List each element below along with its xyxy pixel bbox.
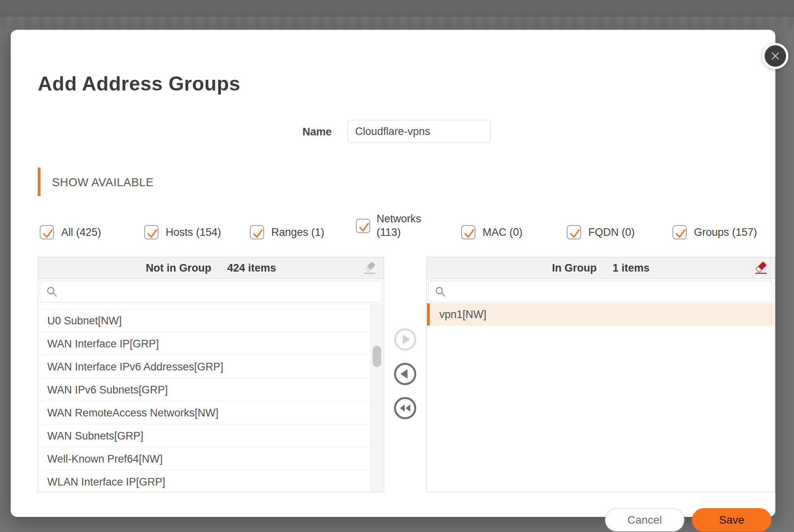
- background-page-blur: [0, 15, 794, 28]
- close-button[interactable]: [762, 43, 788, 69]
- list-item[interactable]: Well-Known Pref64[NW]: [39, 447, 371, 470]
- list-item[interactable]: U0 Subnet[NW]: [39, 309, 371, 332]
- list-item[interactable]: WAN Interface IP[GRP]: [39, 332, 371, 355]
- add-address-groups-dialog: Add Address Groups Name SHOW AVAILABLE A…: [11, 30, 775, 517]
- move-all-left-button[interactable]: [394, 397, 416, 419]
- not-in-group-list: U0 Subnet[NW] WAN Interface IP[GRP] WAN …: [39, 303, 383, 492]
- list-item[interactable]: WLAN Interface IP[GRP]: [39, 470, 371, 492]
- checkbox-hosts[interactable]: [144, 225, 158, 239]
- save-button[interactable]: Save: [692, 508, 771, 532]
- double-arrow-left-icon: [396, 399, 414, 417]
- section-title: SHOW AVAILABLE: [52, 176, 154, 189]
- search-icon: [46, 286, 58, 297]
- panel-in-group: In Group 1 items vpn1[NW]: [426, 257, 775, 492]
- not-in-group-search-input[interactable]: [61, 281, 379, 303]
- move-right-button[interactable]: [394, 328, 416, 351]
- list-item-partial[interactable]: [39, 303, 371, 309]
- check-icon: [357, 220, 371, 234]
- section-accent-bar: [38, 168, 41, 196]
- panel-in-group-header: In Group 1 items: [427, 257, 775, 279]
- name-input[interactable]: [348, 120, 491, 143]
- checkbox-all[interactable]: [40, 225, 54, 239]
- filter-label-fqdn: FQDN (0): [588, 225, 635, 239]
- panel-not-in-group: Not in Group 424 items: [38, 257, 384, 492]
- filter-label-all: All (425): [61, 225, 101, 239]
- arrow-left-icon: [396, 365, 414, 383]
- checkbox-networks[interactable]: [356, 219, 370, 233]
- filter-label-hosts: Hosts (154): [166, 225, 221, 239]
- cancel-button[interactable]: Cancel: [605, 508, 684, 532]
- check-icon: [674, 227, 687, 240]
- filter-label-ranges: Ranges (1): [271, 225, 325, 239]
- selected-list-item[interactable]: vpn1[NW]: [427, 303, 775, 326]
- clear-selection-eraser-icon[interactable]: [361, 260, 378, 277]
- list-item[interactable]: WAN Interface IPv6 Addresses[GRP]: [39, 355, 371, 378]
- check-icon: [41, 227, 54, 240]
- background-page-top: [0, 0, 794, 17]
- search-icon: [435, 286, 446, 297]
- clear-group-eraser-icon[interactable]: [753, 260, 769, 277]
- scrollbar[interactable]: [371, 303, 383, 492]
- check-icon: [568, 227, 581, 240]
- close-icon: [765, 45, 786, 67]
- panel-count: 1 items: [612, 262, 649, 274]
- checkbox-ranges[interactable]: [250, 225, 264, 239]
- scrollbar-thumb[interactable]: [373, 346, 381, 367]
- filter-label-mac: MAC (0): [483, 225, 523, 239]
- name-label: Name: [265, 125, 332, 139]
- checkbox-groups[interactable]: [672, 225, 687, 239]
- panel-title: Not in Group: [146, 262, 211, 274]
- checkbox-fqdn[interactable]: [567, 225, 581, 239]
- move-left-button[interactable]: [394, 363, 416, 385]
- in-group-searchbox: [428, 281, 773, 303]
- page-title: Add Address Groups: [38, 73, 240, 95]
- in-group-search-input[interactable]: [449, 281, 770, 303]
- filter-label-networks: Networks (113): [377, 212, 436, 239]
- filter-label-groups: Groups (157): [694, 225, 757, 239]
- list-item[interactable]: WAN RemoteAccess Networks[NW]: [39, 401, 371, 424]
- check-icon: [145, 227, 159, 240]
- arrow-right-icon: [396, 330, 414, 349]
- check-icon: [462, 227, 476, 240]
- list-item[interactable]: WAN Subnets[GRP]: [39, 424, 371, 447]
- checkbox-mac[interactable]: [461, 225, 475, 239]
- panel-not-in-group-header: Not in Group 424 items: [38, 257, 384, 279]
- panel-title: In Group: [552, 262, 597, 274]
- check-icon: [251, 227, 265, 240]
- not-in-group-searchbox: [40, 281, 382, 303]
- list-item[interactable]: WAN IPv6 Subnets[GRP]: [39, 378, 371, 401]
- panel-count: 424 items: [227, 262, 276, 274]
